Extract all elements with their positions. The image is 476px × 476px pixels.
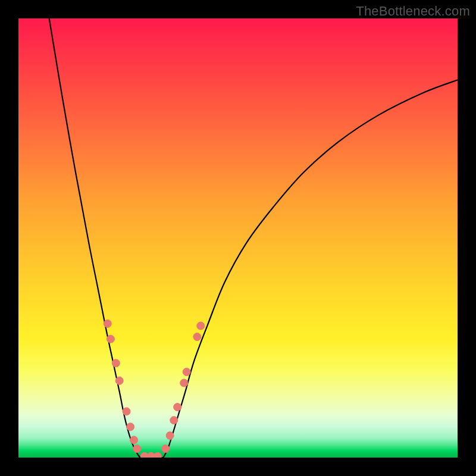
bottleneck-curve-left xyxy=(49,18,140,458)
data-marker xyxy=(183,368,190,376)
watermark-text: TheBottleneck.com xyxy=(356,4,470,19)
data-marker xyxy=(112,359,120,367)
chart-svg xyxy=(18,18,458,458)
curve-group xyxy=(49,18,458,458)
data-marker xyxy=(174,403,181,411)
data-marker xyxy=(193,333,201,341)
data-marker xyxy=(127,423,134,431)
bottleneck-curve-right xyxy=(164,80,458,458)
data-marker xyxy=(170,416,178,424)
data-marker xyxy=(104,320,111,327)
plot-area xyxy=(18,18,458,458)
data-marker xyxy=(154,452,161,458)
data-marker xyxy=(162,445,170,453)
data-marker xyxy=(133,445,141,453)
data-marker xyxy=(115,377,123,384)
data-marker xyxy=(123,408,130,415)
chart-frame: TheBottleneck.com xyxy=(0,0,476,476)
data-marker xyxy=(180,379,188,387)
data-marker xyxy=(166,432,174,440)
data-marker xyxy=(197,322,205,330)
data-marker xyxy=(107,335,114,343)
data-marker xyxy=(130,436,138,444)
